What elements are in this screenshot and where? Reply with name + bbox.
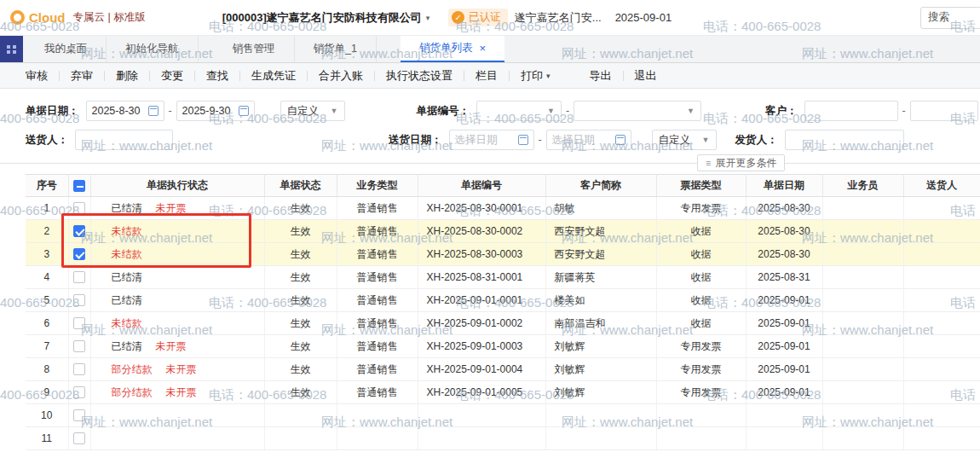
delivery-date-range-select[interactable]: 自定义 ▼ (652, 130, 717, 150)
row-checkbox[interactable] (73, 271, 85, 283)
cell-checkbox (68, 335, 90, 358)
exec-status-label: 未结款 (112, 317, 142, 329)
close-icon[interactable]: × (479, 42, 486, 55)
cell-biz-type: 普通销售 (337, 220, 418, 243)
nav-menu-icon[interactable] (0, 36, 23, 62)
chevron-down-icon: ▼ (687, 107, 695, 115)
row-checkbox[interactable] (73, 409, 85, 421)
row-checkbox[interactable] (73, 363, 85, 375)
range-dash: - (562, 105, 574, 117)
generate-voucher-button[interactable]: 生成凭证 (240, 68, 307, 84)
table-row[interactable]: 9部分结款未开票生效普通销售XH-2025-09-01-0005刘敏辉专用发票2… (26, 381, 980, 404)
cell-customer: 新疆蒋英 (545, 266, 656, 289)
cell-salesman (822, 197, 903, 220)
company-selector-label: [000003]遂宁嘉艺名门安防科技有限公司 (222, 10, 422, 26)
table-row[interactable]: 7已结清未开票生效普通销售XH-2025-09-01-0003刘敏辉专用发票20… (26, 335, 980, 358)
doc-date-to-input[interactable]: 2025-9-30 (176, 101, 255, 121)
header-biz-type: 业务类型 (337, 175, 418, 197)
calendar-icon[interactable] (615, 135, 625, 145)
cell-doc-status (264, 404, 337, 427)
export-button[interactable]: 导出 (579, 68, 623, 84)
change-button[interactable]: 变更 (150, 68, 194, 84)
table-row[interactable]: 5已结清生效普通销售XH-2025-09-01-0001楼美如收据2025-09… (26, 289, 980, 312)
cell-doc-no (418, 427, 545, 450)
cell-customer: 刘敏辉 (545, 335, 656, 358)
cell-doc-status: 生效 (264, 266, 337, 289)
tab-my-desktop[interactable]: 我的桌面 (26, 36, 107, 62)
row-checkbox[interactable] (73, 202, 85, 214)
table-row[interactable]: 1已结清未开票生效普通销售XH-2025-08-30-0001胡敏专用发票202… (26, 197, 980, 220)
cell-doc-no: XH-2025-09-01-0002 (418, 312, 545, 335)
doc-date-range-select[interactable]: 自定义 ▼ (280, 101, 345, 121)
cell-doc-status: 生效 (264, 243, 337, 266)
table-row[interactable]: 8部分结款未开票生效普通销售XH-2025-09-01-0004刘敏辉专用发票2… (26, 358, 980, 381)
tab-label: 销货单_1 (314, 42, 357, 56)
cell-salesman (822, 312, 903, 335)
print-button[interactable]: 打印▾ (510, 68, 562, 84)
cell-deliverer (903, 358, 980, 381)
table-header-row: 序号 单据执行状态 单据状态 业务类型 单据编号 客户简称 票据类型 单据日期 … (26, 175, 980, 197)
certified-badge[interactable]: ✓ 已认证 (448, 9, 508, 26)
exec-status-label: 已结清 (112, 202, 142, 214)
cell-biz-type (337, 404, 418, 427)
cell-ticket-type: 收据 (656, 243, 746, 266)
exit-button[interactable]: 退出 (624, 68, 668, 84)
calendar-icon[interactable] (239, 106, 249, 116)
table-row[interactable]: 2未结款生效普通销售XH-2025-08-30-0002西安野文超收据2025-… (26, 220, 980, 243)
doc-no-to-select[interactable]: ▼ (574, 101, 701, 121)
row-checkbox[interactable] (73, 294, 85, 306)
tab-init-nav[interactable]: 初始化导航 (107, 36, 199, 62)
table-row[interactable]: 4已结清生效普通销售XH-2025-08-31-0001新疆蒋英收据2025-0… (26, 266, 980, 289)
cell-ticket-type: 收据 (656, 220, 746, 243)
cell-customer: 胡敏 (545, 197, 656, 220)
search-input[interactable]: 搜索 (920, 7, 980, 29)
company-selector[interactable]: [000003]遂宁嘉艺名门安防科技有限公司 ▾ (222, 10, 430, 26)
select-all-checkbox[interactable] (73, 180, 85, 192)
tab-sales-order-list[interactable]: 销货单列表 × (401, 36, 504, 62)
delivery-date-from-input[interactable]: 选择日期 (449, 130, 534, 150)
table-row[interactable]: 10 (26, 404, 980, 427)
cell-biz-type: 普通销售 (337, 197, 418, 220)
exec-status-settings-button[interactable]: 执行状态设置 (375, 68, 464, 84)
expand-more-conditions-button[interactable]: ≡ 展开更多条件 (697, 154, 785, 171)
cell-doc-date: 2025-08-30 (746, 197, 822, 220)
customer-to-input[interactable] (910, 101, 978, 121)
row-checkbox[interactable] (73, 317, 85, 329)
cell-doc-status: 生效 (264, 381, 337, 404)
unapprove-button[interactable]: 弃审 (60, 68, 104, 84)
header-salesman: 业务员 (822, 175, 903, 197)
row-checkbox[interactable] (73, 225, 85, 237)
merge-entry-button[interactable]: 合并入账 (308, 68, 374, 84)
doc-no-from-select[interactable]: ▼ (476, 101, 562, 121)
approve-button[interactable]: 审核 (14, 68, 59, 84)
exec-status-label: 部分结款 (112, 363, 153, 375)
search-button[interactable]: 查找 (195, 68, 239, 84)
calendar-icon[interactable] (518, 135, 528, 145)
tab-sales-management[interactable]: 销售管理 (214, 36, 295, 62)
delete-button[interactable]: 删除 (105, 68, 149, 84)
row-checkbox[interactable] (73, 340, 85, 352)
tab-sales-order-1[interactable]: 销货单_1 (295, 36, 377, 62)
cell-doc-date: 2025-08-30 (746, 243, 822, 266)
cell-customer: 西安野文超 (545, 220, 656, 243)
deliverer-input[interactable] (75, 130, 173, 150)
columns-button[interactable]: 栏目 (464, 68, 509, 84)
row-checkbox[interactable] (73, 432, 85, 444)
cell-salesman (822, 243, 903, 266)
cell-exec-status: 已结清 (90, 266, 264, 289)
cell-doc-no: XH-2025-08-30-0003 (418, 243, 545, 266)
table-row[interactable]: 11 (26, 427, 980, 450)
calendar-icon[interactable] (148, 106, 159, 116)
customer-from-input[interactable] (804, 101, 898, 121)
cell-salesman (822, 427, 903, 450)
table-row[interactable]: 6未结款生效普通销售XH-2025-09-01-0002南部温吉和收据2025-… (26, 312, 980, 335)
row-checkbox[interactable] (73, 386, 85, 398)
row-checkbox[interactable] (73, 248, 85, 260)
cell-checkbox (68, 220, 90, 243)
table-row[interactable]: 3未结款生效普通销售XH-2025-08-30-0003西安野文超收据2025-… (26, 243, 980, 266)
table-body: 1已结清未开票生效普通销售XH-2025-08-30-0001胡敏专用发票202… (26, 197, 980, 450)
doc-date-from-input[interactable]: 2025-8-30 (86, 101, 164, 121)
delivery-date-to-input[interactable]: 选择日期 (546, 130, 631, 150)
cell-row-number: 5 (26, 289, 68, 312)
shipper-input[interactable] (785, 130, 904, 150)
